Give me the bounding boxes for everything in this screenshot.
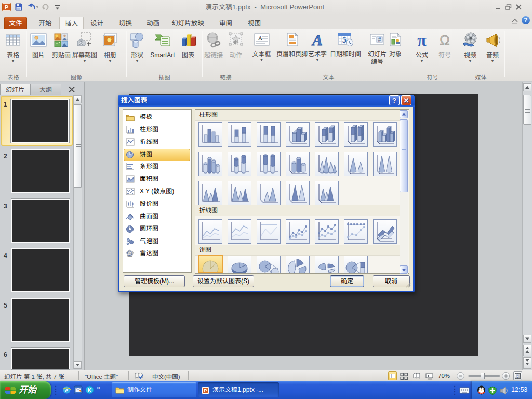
svg-text:A: A [311,32,323,47]
svg-text:π: π [417,32,427,48]
svg-text:5: 5 [342,35,347,44]
svg-text:#: # [378,37,381,43]
svg-text:K: K [88,387,92,393]
svg-text:A: A [258,35,262,41]
svg-text:P: P [204,388,207,393]
svg-text:Ω: Ω [440,32,449,48]
svg-text:e: e [65,386,69,394]
